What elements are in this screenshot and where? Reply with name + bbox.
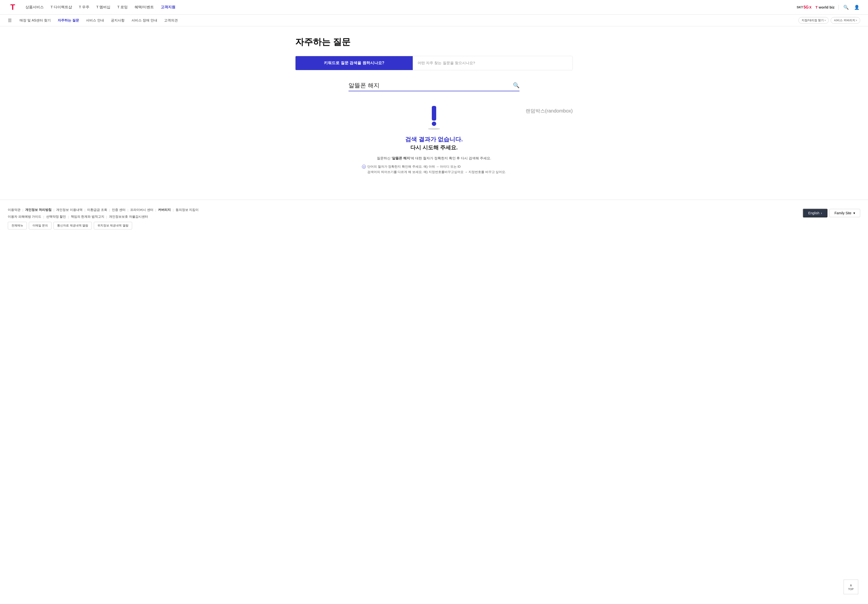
category-search-placeholder: 어떤 자주 찾는 질문을 찾으시나요?: [418, 61, 475, 65]
family-site-button[interactable]: Family Site: [829, 209, 860, 217]
all-menu-button[interactable]: 전체메뉴: [8, 222, 27, 229]
footer-left: 이용약관 | 개인정보 처리방침 | 개인정보 이용내역 | 미환급금 조회 |…: [8, 208, 198, 229]
no-results-description: 질문하신 '알뜰폰 해지'에 대한 철자가 정확한지 확인 후 다시 검색해 주…: [295, 156, 573, 161]
footer-lang-area: English Family Site: [803, 209, 860, 218]
sep-1: |: [22, 208, 23, 212]
page-title: 자주하는 질문: [295, 36, 573, 48]
footer-link-guide[interactable]: 이용자 피해예방 가이드: [8, 215, 41, 219]
sep-4: |: [109, 208, 110, 212]
tip-1-icon: ⊙: [362, 165, 366, 168]
logo[interactable]: T: [8, 3, 18, 12]
subnav-outage[interactable]: 서비스 장애 안내: [132, 18, 157, 22]
5g-label: 5G: [803, 5, 809, 9]
sep-10: |: [106, 215, 107, 219]
footer: 이용약관 | 개인정보 처리방침 | 개인정보 이용내역 | 미환급금 조회 |…: [0, 199, 868, 234]
user-icon[interactable]: 👤: [853, 4, 860, 11]
skt-label: SKT: [797, 5, 803, 9]
footer-link-consent[interactable]: 동의정보 지킴이: [175, 208, 199, 212]
sep-7: |: [173, 208, 174, 212]
nav-item-membership[interactable]: T 멤버십: [96, 5, 110, 9]
sep-3: |: [85, 208, 85, 212]
footer-links-row-2: 이용자 피해예방 가이드 | 선택약정 할인 | 책임의 한계와 법적고지 | …: [8, 215, 198, 219]
no-results-subtitle: 다시 시도해 주세요.: [295, 144, 573, 151]
subnav-service[interactable]: 서비스 안내: [86, 18, 104, 22]
top-navigation: T 상품서비스 T 다이렉트샵 T 우주 T 멤버십 T 로밍 혜택/이벤트 고…: [0, 0, 868, 15]
search-tabs: 키워드로 질문 검색을 원하시나요? 어떤 자주 찾는 질문을 찾으시나요?: [295, 56, 573, 70]
excl-dot: [432, 122, 436, 126]
keyword-search-tab[interactable]: 키워드로 질문 검색을 원하시나요?: [296, 56, 413, 70]
footer-link-refund[interactable]: 미환급금 조회: [87, 208, 107, 212]
telecom-data-button[interactable]: 통신자료 제공내역 열람: [53, 222, 92, 229]
tip-2-text: 검색어의 띄어쓰기를 다르게 해 보세요. 예) 지정번호를바꾸고싶어요 → 지…: [367, 170, 506, 174]
footer-link-coverage[interactable]: 커버리지: [158, 208, 171, 212]
tip-1-text: 단어의 철자가 정확한지 확인해 주세요. 예) 아뒤 → 아이디 또는 ID: [367, 164, 460, 169]
subnav-faq[interactable]: 자주하는 질문: [57, 18, 79, 22]
coverage-button[interactable]: 서비스 커버리지: [831, 17, 860, 24]
sep-2: |: [53, 208, 54, 212]
footer-link-privacy-center[interactable]: 프라이버시 센터: [130, 208, 153, 212]
excl-body: [432, 106, 436, 120]
x-icon: X: [809, 5, 811, 9]
footer-content: 이용약관 | 개인정보 처리방침 | 개인정보 이용내역 | 미환급금 조회 |…: [8, 208, 860, 229]
skt-5g-logo: SKT 5G X: [797, 5, 812, 9]
nav-item-universe[interactable]: T 우주: [79, 5, 89, 9]
search-input[interactable]: [349, 82, 513, 89]
footer-link-privacy-usage[interactable]: 개인정보 이용내역: [56, 208, 82, 212]
top-nav-right: SKT 5G X T world biz 🔍 👤: [797, 4, 860, 11]
random-box-label: 랜덤박스(randombox): [525, 108, 573, 114]
tip-2: 검색어의 띄어쓰기를 다르게 해 보세요. 예) 지정번호를바꾸고싶어요 → 지…: [362, 170, 506, 174]
tip-2-spacer: [362, 170, 366, 174]
hamburger-icon: ☰: [8, 18, 12, 23]
footer-buttons: 전체메뉴 이메일 문의 통신자료 제공내역 열람 위치정보 제공내역 열람: [8, 222, 198, 229]
top-nav-menu: 상품서비스 T 다이렉트샵 T 우주 T 멤버십 T 로밍 혜택/이벤트 고객지…: [25, 5, 789, 9]
footer-link-legal[interactable]: 책임의 한계와 법적고지: [71, 215, 104, 219]
category-search-tab[interactable]: 어떤 자주 찾는 질문을 찾으시나요?: [413, 56, 572, 70]
sep-9: |: [68, 215, 69, 219]
location-data-button[interactable]: 위치정보 제공내역 열람: [94, 222, 132, 229]
no-results-area: 검색 결과가 없습니다. 다시 시도해 주세요. 질문하신 '알뜰폰 해지'에 …: [295, 101, 573, 185]
hamburger-menu[interactable]: ☰: [8, 18, 12, 23]
sep-5: |: [127, 208, 128, 212]
footer-links-row-1: 이용약관 | 개인정보 처리방침 | 개인정보 이용내역 | 미환급금 조회 |…: [8, 208, 198, 212]
search-submit-button[interactable]: 🔍: [513, 82, 519, 89]
sep-8: |: [43, 215, 44, 219]
nav-item-support[interactable]: 고객지원: [161, 5, 175, 9]
subnav-feedback[interactable]: 고객의견: [164, 18, 178, 22]
search-icon[interactable]: 🔍: [843, 4, 849, 11]
store-finder-button[interactable]: 지점/대리점 찾기: [798, 17, 829, 24]
sub-nav-buttons: 지점/대리점 찾기 서비스 커버리지: [798, 17, 860, 24]
footer-link-privacy[interactable]: 개인정보 처리방침: [25, 208, 51, 212]
email-inquiry-button[interactable]: 이메일 문의: [29, 222, 51, 229]
subnav-store[interactable]: 매장 및 AS센터 찾기: [20, 18, 51, 22]
main-content: 자주하는 질문 키워드로 질문 검색을 원하시나요? 어떤 자주 찾는 질문을 …: [287, 26, 581, 199]
footer-link-terms[interactable]: 이용약관: [8, 208, 20, 212]
sep-6: |: [155, 208, 156, 212]
footer-link-discount[interactable]: 선택약정 할인: [46, 215, 66, 219]
footer-link-auto-monitor[interactable]: 개인정보보호 자율감시센터: [109, 215, 148, 219]
nav-item-direct[interactable]: T 다이렉트샵: [51, 5, 72, 9]
subnav-notice[interactable]: 공지사항: [111, 18, 124, 22]
sub-navigation: ☰ 매장 및 AS센터 찾기 자주하는 질문 서비스 안내 공지사항 서비스 장…: [0, 15, 868, 26]
no-results-title: 검색 결과가 없습니다.: [295, 135, 573, 144]
nav-item-benefits[interactable]: 혜택/이벤트: [135, 5, 154, 9]
excl-shadow: [428, 128, 440, 130]
footer-link-cert[interactable]: 인증 센터: [112, 208, 126, 212]
tip-1: ⊙ 단어의 철자가 정확한지 확인해 주세요. 예) 아뒤 → 아이디 또는 I…: [362, 164, 506, 169]
no-results-tips: ⊙ 단어의 철자가 정확한지 확인해 주세요. 예) 아뒤 → 아이디 또는 I…: [362, 164, 506, 175]
tworldbiz-logo[interactable]: T world biz: [815, 5, 834, 9]
nav-item-products[interactable]: 상품서비스: [25, 5, 44, 9]
search-input-wrapper: 🔍: [349, 80, 519, 91]
nav-item-roaming[interactable]: T 로밍: [117, 5, 128, 9]
sub-nav-menu: 매장 및 AS센터 찾기 자주하는 질문 서비스 안내 공지사항 서비스 장애 …: [20, 18, 790, 23]
english-button[interactable]: English: [803, 209, 828, 218]
